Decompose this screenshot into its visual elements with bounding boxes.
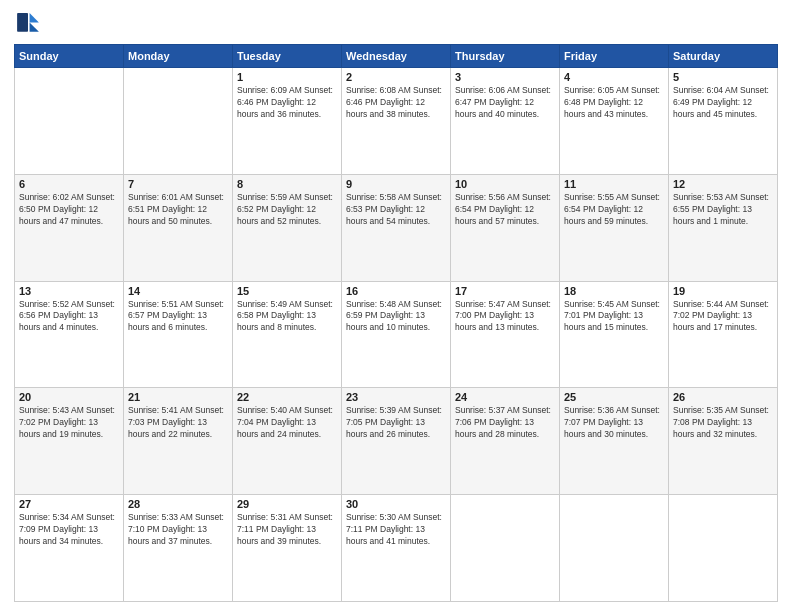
calendar-cell: 13Sunrise: 5:52 AM Sunset: 6:56 PM Dayli…: [15, 281, 124, 388]
day-info: Sunrise: 5:47 AM Sunset: 7:00 PM Dayligh…: [455, 299, 555, 335]
calendar-cell: 8Sunrise: 5:59 AM Sunset: 6:52 PM Daylig…: [233, 174, 342, 281]
calendar-cell: 24Sunrise: 5:37 AM Sunset: 7:06 PM Dayli…: [451, 388, 560, 495]
day-number: 9: [346, 178, 446, 190]
day-info: Sunrise: 5:34 AM Sunset: 7:09 PM Dayligh…: [19, 512, 119, 548]
calendar-table: SundayMondayTuesdayWednesdayThursdayFrid…: [14, 44, 778, 602]
calendar-cell: 10Sunrise: 5:56 AM Sunset: 6:54 PM Dayli…: [451, 174, 560, 281]
calendar-cell: 6Sunrise: 6:02 AM Sunset: 6:50 PM Daylig…: [15, 174, 124, 281]
day-info: Sunrise: 5:56 AM Sunset: 6:54 PM Dayligh…: [455, 192, 555, 228]
day-number: 24: [455, 391, 555, 403]
day-info: Sunrise: 5:39 AM Sunset: 7:05 PM Dayligh…: [346, 405, 446, 441]
day-info: Sunrise: 5:49 AM Sunset: 6:58 PM Dayligh…: [237, 299, 337, 335]
calendar-cell: 27Sunrise: 5:34 AM Sunset: 7:09 PM Dayli…: [15, 495, 124, 602]
day-number: 13: [19, 285, 119, 297]
calendar-cell: [15, 68, 124, 175]
day-number: 16: [346, 285, 446, 297]
day-number: 28: [128, 498, 228, 510]
calendar-cell: 2Sunrise: 6:08 AM Sunset: 6:46 PM Daylig…: [342, 68, 451, 175]
day-info: Sunrise: 5:45 AM Sunset: 7:01 PM Dayligh…: [564, 299, 664, 335]
day-number: 23: [346, 391, 446, 403]
logo: [14, 10, 46, 38]
weekday-header-thursday: Thursday: [451, 45, 560, 68]
day-number: 22: [237, 391, 337, 403]
calendar-cell: 1Sunrise: 6:09 AM Sunset: 6:46 PM Daylig…: [233, 68, 342, 175]
day-info: Sunrise: 6:04 AM Sunset: 6:49 PM Dayligh…: [673, 85, 773, 121]
calendar-cell: 19Sunrise: 5:44 AM Sunset: 7:02 PM Dayli…: [669, 281, 778, 388]
day-number: 11: [564, 178, 664, 190]
day-info: Sunrise: 5:52 AM Sunset: 6:56 PM Dayligh…: [19, 299, 119, 335]
calendar-cell: [451, 495, 560, 602]
calendar-cell: 23Sunrise: 5:39 AM Sunset: 7:05 PM Dayli…: [342, 388, 451, 495]
weekday-header-friday: Friday: [560, 45, 669, 68]
calendar-week-3: 13Sunrise: 5:52 AM Sunset: 6:56 PM Dayli…: [15, 281, 778, 388]
day-number: 3: [455, 71, 555, 83]
calendar-week-5: 27Sunrise: 5:34 AM Sunset: 7:09 PM Dayli…: [15, 495, 778, 602]
day-number: 30: [346, 498, 446, 510]
calendar-week-2: 6Sunrise: 6:02 AM Sunset: 6:50 PM Daylig…: [15, 174, 778, 281]
day-number: 5: [673, 71, 773, 83]
weekday-header-sunday: Sunday: [15, 45, 124, 68]
calendar-cell: 25Sunrise: 5:36 AM Sunset: 7:07 PM Dayli…: [560, 388, 669, 495]
calendar-cell: 20Sunrise: 5:43 AM Sunset: 7:02 PM Dayli…: [15, 388, 124, 495]
day-number: 29: [237, 498, 337, 510]
day-info: Sunrise: 5:36 AM Sunset: 7:07 PM Dayligh…: [564, 405, 664, 441]
day-info: Sunrise: 6:02 AM Sunset: 6:50 PM Dayligh…: [19, 192, 119, 228]
day-number: 8: [237, 178, 337, 190]
day-number: 10: [455, 178, 555, 190]
calendar-cell: 11Sunrise: 5:55 AM Sunset: 6:54 PM Dayli…: [560, 174, 669, 281]
day-info: Sunrise: 5:31 AM Sunset: 7:11 PM Dayligh…: [237, 512, 337, 548]
weekday-header-saturday: Saturday: [669, 45, 778, 68]
day-number: 1: [237, 71, 337, 83]
day-number: 15: [237, 285, 337, 297]
day-info: Sunrise: 6:05 AM Sunset: 6:48 PM Dayligh…: [564, 85, 664, 121]
day-number: 14: [128, 285, 228, 297]
calendar-week-1: 1Sunrise: 6:09 AM Sunset: 6:46 PM Daylig…: [15, 68, 778, 175]
calendar-cell: [124, 68, 233, 175]
day-number: 27: [19, 498, 119, 510]
calendar-cell: 15Sunrise: 5:49 AM Sunset: 6:58 PM Dayli…: [233, 281, 342, 388]
calendar-cell: 5Sunrise: 6:04 AM Sunset: 6:49 PM Daylig…: [669, 68, 778, 175]
calendar-cell: 28Sunrise: 5:33 AM Sunset: 7:10 PM Dayli…: [124, 495, 233, 602]
day-info: Sunrise: 5:35 AM Sunset: 7:08 PM Dayligh…: [673, 405, 773, 441]
calendar-cell: [669, 495, 778, 602]
calendar-cell: 18Sunrise: 5:45 AM Sunset: 7:01 PM Dayli…: [560, 281, 669, 388]
calendar-cell: [560, 495, 669, 602]
calendar-cell: 9Sunrise: 5:58 AM Sunset: 6:53 PM Daylig…: [342, 174, 451, 281]
day-number: 6: [19, 178, 119, 190]
weekday-header-monday: Monday: [124, 45, 233, 68]
day-number: 18: [564, 285, 664, 297]
calendar-cell: 29Sunrise: 5:31 AM Sunset: 7:11 PM Dayli…: [233, 495, 342, 602]
day-number: 7: [128, 178, 228, 190]
day-info: Sunrise: 5:37 AM Sunset: 7:06 PM Dayligh…: [455, 405, 555, 441]
logo-icon: [14, 10, 42, 38]
calendar-cell: 3Sunrise: 6:06 AM Sunset: 6:47 PM Daylig…: [451, 68, 560, 175]
day-info: Sunrise: 5:43 AM Sunset: 7:02 PM Dayligh…: [19, 405, 119, 441]
day-info: Sunrise: 5:53 AM Sunset: 6:55 PM Dayligh…: [673, 192, 773, 228]
calendar-cell: 21Sunrise: 5:41 AM Sunset: 7:03 PM Dayli…: [124, 388, 233, 495]
calendar-cell: 30Sunrise: 5:30 AM Sunset: 7:11 PM Dayli…: [342, 495, 451, 602]
day-info: Sunrise: 6:08 AM Sunset: 6:46 PM Dayligh…: [346, 85, 446, 121]
svg-rect-3: [17, 13, 28, 32]
weekday-header-wednesday: Wednesday: [342, 45, 451, 68]
calendar-cell: 17Sunrise: 5:47 AM Sunset: 7:00 PM Dayli…: [451, 281, 560, 388]
calendar-week-4: 20Sunrise: 5:43 AM Sunset: 7:02 PM Dayli…: [15, 388, 778, 495]
weekday-header-tuesday: Tuesday: [233, 45, 342, 68]
day-info: Sunrise: 5:55 AM Sunset: 6:54 PM Dayligh…: [564, 192, 664, 228]
calendar-cell: 22Sunrise: 5:40 AM Sunset: 7:04 PM Dayli…: [233, 388, 342, 495]
day-number: 19: [673, 285, 773, 297]
day-info: Sunrise: 5:48 AM Sunset: 6:59 PM Dayligh…: [346, 299, 446, 335]
day-number: 21: [128, 391, 228, 403]
day-number: 25: [564, 391, 664, 403]
calendar-cell: 16Sunrise: 5:48 AM Sunset: 6:59 PM Dayli…: [342, 281, 451, 388]
calendar-cell: 4Sunrise: 6:05 AM Sunset: 6:48 PM Daylig…: [560, 68, 669, 175]
day-info: Sunrise: 5:40 AM Sunset: 7:04 PM Dayligh…: [237, 405, 337, 441]
day-info: Sunrise: 5:58 AM Sunset: 6:53 PM Dayligh…: [346, 192, 446, 228]
day-number: 2: [346, 71, 446, 83]
calendar-cell: 12Sunrise: 5:53 AM Sunset: 6:55 PM Dayli…: [669, 174, 778, 281]
weekday-header-row: SundayMondayTuesdayWednesdayThursdayFrid…: [15, 45, 778, 68]
day-info: Sunrise: 5:30 AM Sunset: 7:11 PM Dayligh…: [346, 512, 446, 548]
calendar-cell: 14Sunrise: 5:51 AM Sunset: 6:57 PM Dayli…: [124, 281, 233, 388]
day-info: Sunrise: 5:33 AM Sunset: 7:10 PM Dayligh…: [128, 512, 228, 548]
page-header: [14, 10, 778, 38]
day-info: Sunrise: 5:44 AM Sunset: 7:02 PM Dayligh…: [673, 299, 773, 335]
